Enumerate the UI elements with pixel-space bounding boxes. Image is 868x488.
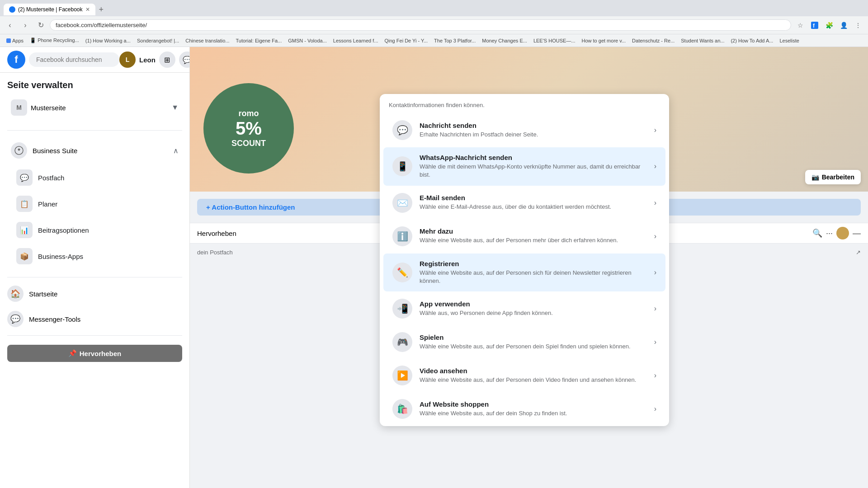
bookmark-how-working[interactable]: (1) How Working a... <box>83 37 133 44</box>
modal-item-mehr[interactable]: ℹ️ Mehr dazu Wähle eine Website aus, auf… <box>383 220 665 253</box>
modal-item-content-email: E-Mail senden Wähle eine E-Mail-Adresse … <box>420 194 647 211</box>
profile-btn[interactable]: 👤 <box>837 19 850 32</box>
extensions-btn[interactable]: 🧩 <box>823 19 835 32</box>
user-avatar: L <box>119 52 136 68</box>
new-tab-btn[interactable]: + <box>99 5 104 14</box>
modal-item-title-nachricht: Nachricht senden <box>420 122 647 129</box>
nav-item-messenger[interactable]: 💬 Messenger-Tools <box>0 306 189 332</box>
address-bar[interactable] <box>50 19 791 31</box>
modal-item-arrow-shoppen: › <box>654 405 656 413</box>
browser-tab[interactable]: (2) Musterseite | Facebook ✕ <box>4 4 95 15</box>
modal-item-registrieren[interactable]: ✏️ Registrieren Wähle eine Website aus, … <box>383 253 665 291</box>
modal-item-title-app: App verwenden <box>420 300 647 308</box>
bookmark-datenschutz[interactable]: Datenschutz - Re... <box>629 37 677 44</box>
messenger-btn[interactable]: 💬 <box>179 52 190 68</box>
modal-item-shoppen[interactable]: 🛍️ Auf Website shoppen Wähle eine Websit… <box>383 393 665 425</box>
divider-1 <box>7 130 182 131</box>
nav-item-startseite[interactable]: 🏠 Startseite <box>0 281 189 306</box>
divider-2 <box>7 277 182 277</box>
nav-item-planer-label: Planer <box>38 200 57 208</box>
bookmark-icon <box>6 38 11 43</box>
modal-item-video[interactable]: ▶️ Video ansehen Wähle eine Website aus,… <box>383 359 665 392</box>
sidebar: f L Leon ⊞ 💬 🔔 2 ▼ Seite verwalten M Mus… <box>0 47 190 488</box>
bookmark-star-btn[interactable]: ☆ <box>794 19 807 32</box>
modal-item-icon-spielen: 🎮 <box>392 332 412 352</box>
modal-item-app[interactable]: 📲 App verwenden Wähle aus, wo Personen d… <box>383 292 665 325</box>
modal-item-desc-nachricht: Erhalte Nachrichten im Postfach deiner S… <box>420 131 647 139</box>
bookmark-chinese[interactable]: Chinese translatio... <box>183 37 232 44</box>
fb-search-input[interactable] <box>29 52 119 67</box>
bookmark-student[interactable]: Student Wants an... <box>678 37 727 44</box>
highlight-btn[interactable]: 📌 Hervorheben <box>7 345 182 362</box>
modal-item-icon-whatsapp: 📱 <box>392 156 412 176</box>
page-selector[interactable]: M Musterseite ▼ <box>7 96 182 119</box>
modal-item-desc-spielen: Wähle eine Website aus, auf der Personen… <box>420 343 647 351</box>
app-container: f L Leon ⊞ 💬 🔔 2 ▼ Seite verwalten M Mus… <box>0 47 868 488</box>
post-more-btn[interactable]: ··· <box>826 229 833 238</box>
modal-item-desc-mehr: Wähle eine Website aus, auf der Personen… <box>420 236 647 244</box>
messenger-label: Messenger-Tools <box>29 315 80 323</box>
grid-menu-btn[interactable]: ⊞ <box>159 52 175 68</box>
fb-header-actions: L Leon ⊞ 💬 🔔 2 ▼ <box>119 52 190 68</box>
modal-item-icon-nachricht: 💬 <box>392 120 412 140</box>
bookmark-top3[interactable]: The Top 3 Platfor... <box>431 37 478 44</box>
business-apps-icon: 📦 <box>16 248 33 264</box>
bookmark-qing[interactable]: Qing Fei De Yi - Y... <box>382 37 431 44</box>
modal-item-title-video: Video ansehen <box>420 367 647 375</box>
bookmark-phone[interactable]: 📱 Phone Recycling... <box>27 37 82 44</box>
modal-items-container: 💬 Nachricht senden Erhalte Nachrichten i… <box>380 114 669 425</box>
bookmark-gmsn[interactable]: GMSN - Voloda... <box>285 37 330 44</box>
nav-item-business-apps-label: Business-Apps <box>38 253 83 260</box>
bookmark-leseliste[interactable]: Leseliste <box>777 37 802 44</box>
modal-item-content-mehr: Mehr dazu Wähle eine Website aus, auf de… <box>420 227 647 244</box>
modal-item-icon-shoppen: 🛍️ <box>392 399 412 419</box>
modal-item-content-shoppen: Auf Website shoppen Wähle eine Website a… <box>420 400 647 418</box>
modal-item-arrow-app: › <box>654 305 656 313</box>
post-minus-btn[interactable]: — <box>853 229 861 238</box>
nav-item-postfach[interactable]: 💬 Postfach <box>7 165 182 190</box>
page-manage-section: Seite verwalten M Musterseite ▼ <box>0 73 189 127</box>
bookmark-how-add[interactable]: (2) How To Add A... <box>728 37 776 44</box>
promo-overlay: romo 5% SCOUNT <box>203 83 294 174</box>
post-search-btn[interactable]: 🔍 <box>812 228 822 238</box>
nav-item-beitragsoptionen[interactable]: 📊 Beitragsoptionen <box>7 217 182 243</box>
modal-item-icon-email: ✉️ <box>392 193 412 213</box>
divider-3 <box>7 335 182 336</box>
nav-item-planer[interactable]: 📋 Planer <box>7 191 182 216</box>
bookmark-money[interactable]: Money Changes E... <box>479 37 530 44</box>
browser-chrome: (2) Musterseite | Facebook ✕ + <box>0 0 868 16</box>
reload-btn[interactable]: ↻ <box>34 19 47 32</box>
modal-item-icon-video: ▶️ <box>392 366 412 385</box>
modal-item-nachricht[interactable]: 💬 Nachricht senden Erhalte Nachrichten i… <box>383 114 665 146</box>
bookmark-lessons[interactable]: Lessons Learned f... <box>330 37 381 44</box>
back-btn[interactable]: ‹ <box>4 19 16 32</box>
business-suite-link-text: dein Postfach <box>197 249 233 256</box>
modal-item-whatsapp[interactable]: 📱 WhatsApp-Nachricht senden Wähle die mi… <box>383 147 665 185</box>
modal-item-email[interactable]: ✉️ E-Mail senden Wähle eine E-Mail-Adres… <box>383 187 665 219</box>
modal-item-content-registrieren: Registrieren Wähle eine Website aus, auf… <box>420 260 647 285</box>
edit-btn[interactable]: 📷 Bearbeiten <box>805 170 861 184</box>
bookmark-sonder[interactable]: Sonderangebot! |... <box>134 37 182 44</box>
nav-item-business-apps[interactable]: 📦 Business-Apps <box>7 244 182 269</box>
promo-text-promo: romo <box>239 109 259 118</box>
modal-item-arrow-spielen: › <box>654 338 656 346</box>
bookmark-tutorial[interactable]: Tutorial: Eigene Fa... <box>233 37 285 44</box>
modal-item-spielen[interactable]: 🎮 Spielen Wähle eine Website aus, auf de… <box>383 326 665 358</box>
modal-item-arrow-video: › <box>654 371 656 380</box>
modal-item-title-whatsapp: WhatsApp-Nachricht senden <box>420 154 647 161</box>
modal-item-arrow-email: › <box>654 199 656 207</box>
browser-menu-btn[interactable]: ⋮ <box>852 19 864 32</box>
nav-item-postfach-label: Postfach <box>38 174 64 182</box>
modal-item-arrow-registrieren: › <box>654 268 656 277</box>
promo-text-discount: SCOUNT <box>231 139 266 148</box>
bookmark-apps[interactable]: Apps <box>4 37 26 44</box>
modal-item-icon-mehr: ℹ️ <box>392 226 412 246</box>
modal-item-arrow-mehr: › <box>654 232 656 240</box>
bookmark-how-more[interactable]: How to get more v... <box>579 37 628 44</box>
fb-logo: f <box>7 51 25 69</box>
business-suite-header[interactable]: Business Suite ∧ <box>7 138 182 163</box>
fb-icon-btn[interactable]: f <box>808 19 821 32</box>
forward-btn[interactable]: › <box>19 19 32 32</box>
tab-close-btn[interactable]: ✕ <box>85 6 90 13</box>
bookmark-lee[interactable]: LEE'S HOUSE—... <box>531 37 578 44</box>
